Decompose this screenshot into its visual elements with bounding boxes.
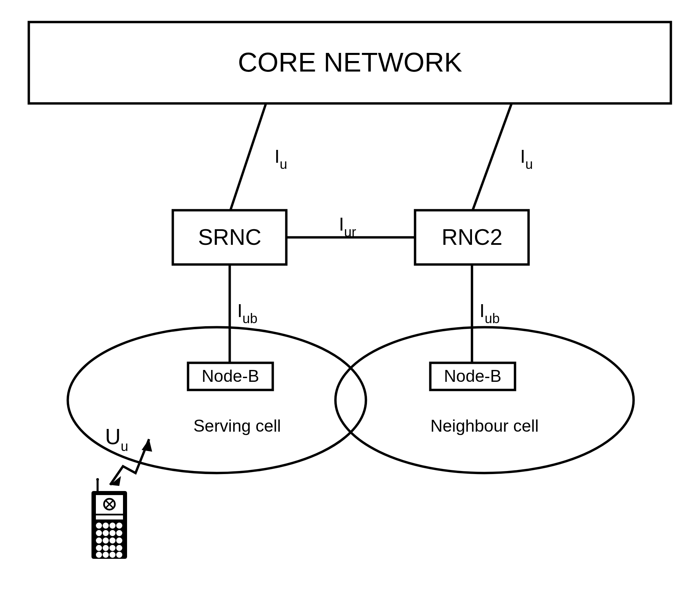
svg-point-11 [103,523,109,529]
svg-point-10 [96,523,102,529]
srnc-label: SRNC [198,224,261,250]
network-diagram: CORE NETWORK Iu Iu SRNC RNC2 Iur Iub Iub… [0,0,700,589]
svg-point-27 [103,552,109,558]
svg-marker-0 [142,439,152,452]
core-network-label: CORE NETWORK [238,47,462,77]
svg-point-22 [96,545,102,551]
svg-point-20 [109,537,116,544]
neighbour-cell-label: Neighbour cell [430,416,539,435]
svg-rect-9 [96,515,123,519]
svg-point-29 [116,552,122,558]
iu-left-line [230,103,266,210]
iub-left-label: Iub [237,300,258,326]
iu-right-line [473,103,512,210]
svg-point-3 [96,478,99,481]
svg-point-28 [109,552,116,558]
svg-point-26 [96,552,102,558]
svg-point-19 [103,537,109,544]
neighbour-cell-ellipse [335,327,634,473]
nodeb-left-label: Node-B [202,367,259,386]
serving-cell-ellipse [68,327,366,473]
svg-point-14 [96,530,102,536]
svg-point-16 [109,530,116,536]
mobile-phone-icon [91,478,127,559]
iu-left-label: Iu [274,145,287,172]
svg-point-25 [116,545,122,551]
serving-cell-label: Serving cell [193,416,281,435]
svg-point-17 [116,530,122,536]
svg-point-24 [109,545,116,551]
rnc2-label: RNC2 [441,224,502,250]
iub-right-label: Iub [479,300,500,326]
nodeb-right-label: Node-B [444,367,501,386]
svg-point-21 [116,537,122,544]
svg-point-18 [96,537,102,544]
svg-point-23 [103,545,109,551]
svg-point-15 [103,530,109,536]
svg-point-12 [109,523,116,529]
iur-label: Iur [339,213,356,239]
svg-point-13 [116,523,122,529]
iu-right-label: Iu [520,145,533,172]
